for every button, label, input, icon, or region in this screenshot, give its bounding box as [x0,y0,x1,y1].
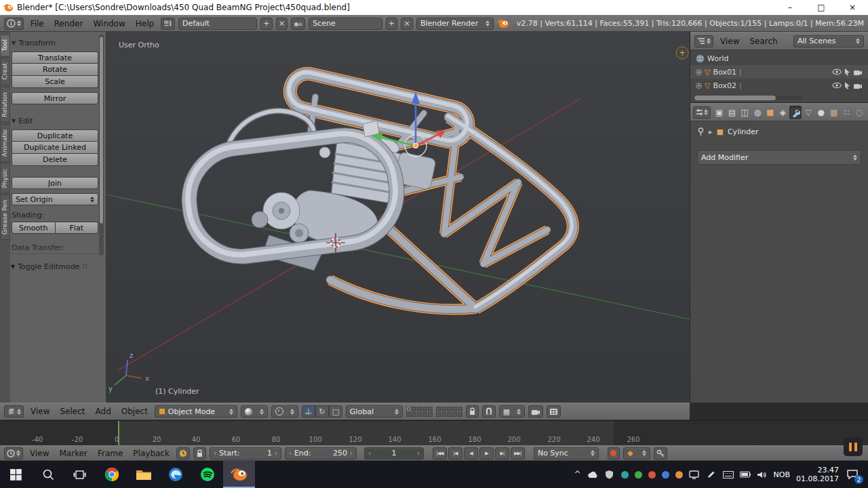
shade-flat-button[interactable]: Flat [56,222,99,234]
spin-left-icon[interactable]: ‹ [289,449,292,457]
camera-render-icon[interactable] [853,82,863,89]
mode-selector[interactable]: Object Mode [155,405,237,418]
spin-left-icon[interactable]: ‹ [214,449,216,457]
viewport-menu-add[interactable]: Add [92,407,115,416]
menu-render[interactable]: Render [51,19,87,28]
cursor-select-icon[interactable] [844,68,851,76]
viewport-menu-object[interactable]: Object [118,407,151,416]
properties-tab-data[interactable]: ▽ [802,106,814,119]
properties-tab-particles[interactable]: ∷ [840,106,852,119]
opengl-render-button[interactable] [528,405,543,418]
file-explorer-button[interactable] [127,461,159,488]
add-screen-layout-button[interactable]: + [260,18,273,30]
cursor-select-icon[interactable] [844,81,851,89]
menu-window[interactable]: Window [90,19,128,28]
play-button[interactable]: ▶ [479,447,494,460]
properties-tab-physics[interactable]: ◌ [853,106,865,119]
current-frame-field[interactable]: ‹ 1 › [364,447,424,460]
spin-right-icon[interactable]: › [350,449,353,457]
jump-to-end-button[interactable]: ▶▶| [511,447,525,460]
task-view-button[interactable] [64,461,96,488]
layer-group-2[interactable] [436,407,462,417]
insert-keyframe-button[interactable] [654,447,667,460]
render-engine-selector[interactable]: Blender Render [416,18,494,30]
delete-scene-button[interactable]: × [401,18,413,30]
editor-type-button-3dview[interactable] [4,405,24,418]
shelf-tab-animation[interactable]: Animatio [0,124,10,162]
close-button[interactable]: × [837,0,868,15]
chrome-button[interactable] [96,461,127,488]
editor-type-button-timeline[interactable] [4,447,23,460]
properties-tab-object[interactable]: ■ [764,106,776,119]
viewport-menu-select[interactable]: Select [56,407,88,416]
outliner-menu-view[interactable]: View [717,37,743,46]
menu-help[interactable]: Help [132,19,157,28]
pen-icon[interactable] [706,469,717,480]
data-transfer-panel-header[interactable]: Data Transfer: [12,243,98,254]
volume-icon[interactable] [757,469,768,480]
manipulator-scale-button[interactable]: □ [329,405,342,418]
editor-type-button-outliner[interactable] [694,35,713,47]
start-frame-field[interactable]: ‹ Start: 1 › [210,447,281,460]
tray-app-icon-blue[interactable] [662,471,669,479]
toggle-editmode-panel-header[interactable]: ▼ Toggle Editmode ∷ [11,261,104,272]
delete-button[interactable]: Delete [12,154,98,166]
timeline-menu-playback[interactable]: Playback [130,449,173,458]
viewport-shading-selector[interactable] [241,405,268,418]
end-frame-field[interactable]: ‹ End: 250 › [285,447,357,460]
pin-icon[interactable] [697,127,705,136]
defender-shield-icon[interactable] [604,469,615,480]
battery-icon[interactable] [740,469,751,480]
properties-tab-scene[interactable]: ◫ [738,106,751,119]
shelf-tab-grease-pencil[interactable]: Grease Pen [0,195,10,240]
pivot-point-selector[interactable] [271,405,298,418]
action-center-button[interactable]: 2 [845,467,860,482]
spotify-button[interactable] [191,461,223,488]
monitor-icon[interactable] [689,469,700,480]
outliner-display-selector[interactable]: All Scenes [793,35,864,47]
shelf-tab-tools[interactable]: Tool [0,34,10,56]
properties-tab-texture[interactable]: ▦ [828,106,840,119]
minimize-button[interactable]: – [774,0,806,15]
quad-frame-model[interactable] [287,70,573,310]
shelf-tab-physics[interactable]: Physic [0,163,10,194]
transform-orientation-selector[interactable]: Global [346,405,403,418]
panel-grip-icon[interactable]: ∷ [94,39,98,47]
timeline-menu-marker[interactable]: Marker [56,449,90,458]
info-editor-type-button[interactable] [4,18,24,30]
viewport-menu-view[interactable]: View [27,407,53,416]
timeline-menu-view[interactable]: View [26,449,52,458]
scale-button[interactable]: Scale [12,76,98,88]
properties-tab-render[interactable]: ▣ [713,106,726,119]
keying-set-selector[interactable]: ◆ [623,447,650,460]
lock-to-scene-button[interactable] [466,405,479,418]
outliner-item-box02[interactable]: + ▽ Box02 | [690,79,868,92]
duplicate-button[interactable]: Duplicate [12,129,98,142]
shade-smooth-button[interactable]: Smooth [12,222,56,234]
manipulator-rotate-button[interactable]: ↻ [315,405,329,418]
tool-shelf-scrollbar[interactable] [99,35,104,256]
outliner-menu-search[interactable]: Search [746,37,781,46]
spin-right-icon[interactable]: › [275,449,277,457]
properties-tab-constraints[interactable]: ◈ [777,106,789,119]
eye-icon[interactable] [832,68,842,76]
touch-keyboard-icon[interactable] [723,469,734,480]
play-reverse-button[interactable]: ◀ [464,447,478,460]
edit-panel-header[interactable]: ▼ Edit ∷ [12,115,98,127]
timeline-menu-frame[interactable]: Frame [94,449,126,458]
expand-icon[interactable]: + [696,83,702,89]
properties-tab-render-layers[interactable]: ▤ [726,106,738,119]
tray-app-icon-teal[interactable] [621,471,629,479]
screen-layout-selector[interactable]: Default [178,18,257,30]
camera-render-icon[interactable] [853,68,863,76]
scrollbar-thumb[interactable] [99,36,104,224]
auto-keyframe-record-button[interactable] [608,447,620,460]
properties-tab-material[interactable]: ● [815,106,827,119]
editor-type-button-properties[interactable] [693,106,711,119]
transform-panel-header[interactable]: ▼ Transform ∷ [12,37,98,49]
shelf-tab-create[interactable]: Creat [0,58,10,85]
previous-keyframe-button[interactable]: |◀ [448,447,462,460]
set-origin-menu-button[interactable]: Set Origin [12,193,98,205]
manipulator-translate-button[interactable] [302,405,315,418]
layers-widget[interactable] [406,407,462,417]
